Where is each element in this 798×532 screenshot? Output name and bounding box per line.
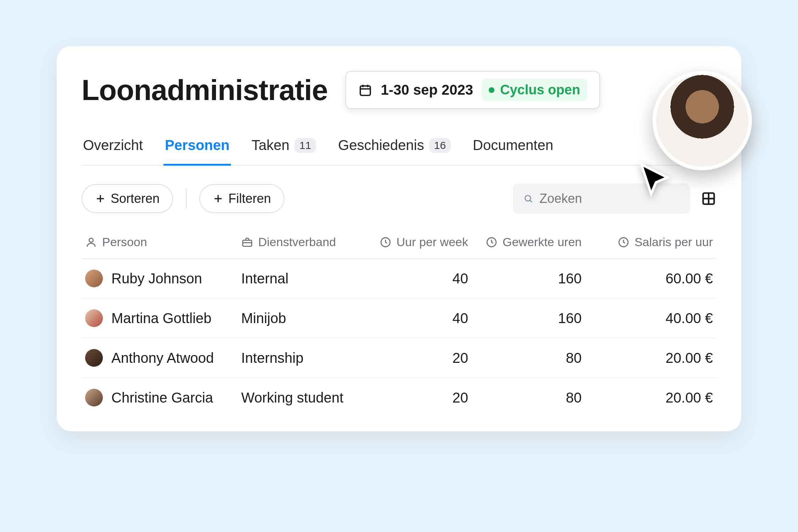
- table-row[interactable]: Martina Gottlieb Minijob 40 160 40.00 €: [82, 299, 716, 338]
- plus-icon: [213, 193, 223, 204]
- sort-button[interactable]: Sorteren: [82, 184, 173, 213]
- avatar: [85, 349, 103, 367]
- col-hours-week[interactable]: Uur per week: [362, 235, 468, 249]
- table-header: Persoon Dienstverband Uur per week Gewer…: [82, 235, 716, 259]
- header-row: Loonadministratie 1-30 sep 2023 Cyclus o…: [82, 71, 716, 109]
- clock-icon: [379, 236, 392, 248]
- tab-tasks[interactable]: Taken 11: [250, 134, 317, 166]
- avatar: [85, 270, 103, 287]
- hours-week: 20: [362, 390, 468, 406]
- calendar-icon: [358, 83, 372, 97]
- avatar: [85, 389, 103, 406]
- employment-type: Internship: [241, 350, 362, 366]
- period-range: 1-30 sep 2023: [381, 82, 473, 98]
- table-row[interactable]: Ruby Johnson Internal 40 160 60.00 €: [82, 259, 716, 299]
- briefcase-icon: [241, 236, 253, 248]
- col-salary[interactable]: Salaris per uur: [582, 235, 713, 249]
- floating-user-avatar: [653, 71, 752, 170]
- tab-label: Personen: [165, 137, 229, 153]
- svg-rect-0: [360, 86, 370, 95]
- tab-history[interactable]: Geschiedenis 16: [337, 134, 452, 166]
- tab-label: Taken: [251, 137, 289, 153]
- cursor-icon: [635, 160, 674, 200]
- clock-icon: [617, 236, 630, 248]
- col-worked-hours[interactable]: Gewerkte uren: [468, 235, 582, 249]
- employment-type: Working student: [241, 390, 362, 406]
- col-person[interactable]: Persoon: [85, 235, 241, 249]
- hours-week: 20: [362, 350, 468, 366]
- tab-label: Overzicht: [83, 137, 143, 153]
- person-name: Ruby Johnson: [111, 271, 202, 287]
- period-selector[interactable]: 1-30 sep 2023 Cyclus open: [345, 71, 600, 109]
- salary: 20.00 €: [582, 350, 713, 366]
- tab-badge: 11: [294, 138, 316, 153]
- tab-badge: 16: [429, 138, 451, 153]
- page-title: Loonadministratie: [82, 73, 328, 107]
- table-row[interactable]: Christine Garcia Working student 20 80 2…: [82, 378, 716, 417]
- toolbar: Sorteren Filteren: [82, 183, 716, 214]
- worked-hours: 80: [468, 390, 582, 406]
- svg-point-1: [525, 195, 531, 201]
- toolbar-divider: [186, 189, 187, 209]
- search-icon: [523, 193, 533, 204]
- cycle-status-label: Cyclus open: [500, 82, 580, 98]
- payroll-card: Loonadministratie 1-30 sep 2023 Cyclus o…: [57, 46, 741, 431]
- avatar: [85, 309, 103, 327]
- salary: 40.00 €: [582, 310, 713, 326]
- hours-week: 40: [362, 310, 468, 326]
- layout-toggle-button[interactable]: [701, 191, 716, 206]
- tab-overview[interactable]: Overzicht: [82, 134, 144, 166]
- person-name: Christine Garcia: [111, 390, 213, 406]
- worked-hours: 160: [468, 310, 582, 326]
- col-employment[interactable]: Dienstverband: [241, 235, 362, 249]
- filter-label: Filteren: [228, 191, 271, 206]
- plus-icon: [95, 193, 106, 204]
- cycle-status-chip: Cyclus open: [482, 79, 587, 101]
- person-name: Anthony Atwood: [111, 350, 214, 366]
- table-row[interactable]: Anthony Atwood Internship 20 80 20.00 €: [82, 338, 716, 378]
- tab-people[interactable]: Personen: [164, 134, 231, 166]
- person-icon: [85, 236, 97, 248]
- employment-type: Minijob: [241, 310, 362, 326]
- svg-point-3: [89, 238, 93, 242]
- person-name: Martina Gottlieb: [111, 310, 211, 326]
- sort-label: Sorteren: [111, 191, 160, 206]
- salary: 60.00 €: [582, 271, 713, 287]
- worked-hours: 80: [468, 350, 582, 366]
- status-dot-icon: [489, 87, 494, 93]
- tab-documents[interactable]: Documenten: [471, 134, 555, 166]
- tab-label: Geschiedenis: [338, 137, 424, 153]
- worked-hours: 160: [468, 271, 582, 287]
- filter-button[interactable]: Filteren: [199, 184, 284, 213]
- hours-week: 40: [362, 271, 468, 287]
- employment-type: Internal: [241, 271, 362, 287]
- tab-label: Documenten: [473, 137, 553, 153]
- clock-icon: [486, 236, 498, 248]
- salary: 20.00 €: [582, 390, 713, 406]
- tabs: Overzicht Personen Taken 11 Geschiedenis…: [82, 134, 716, 166]
